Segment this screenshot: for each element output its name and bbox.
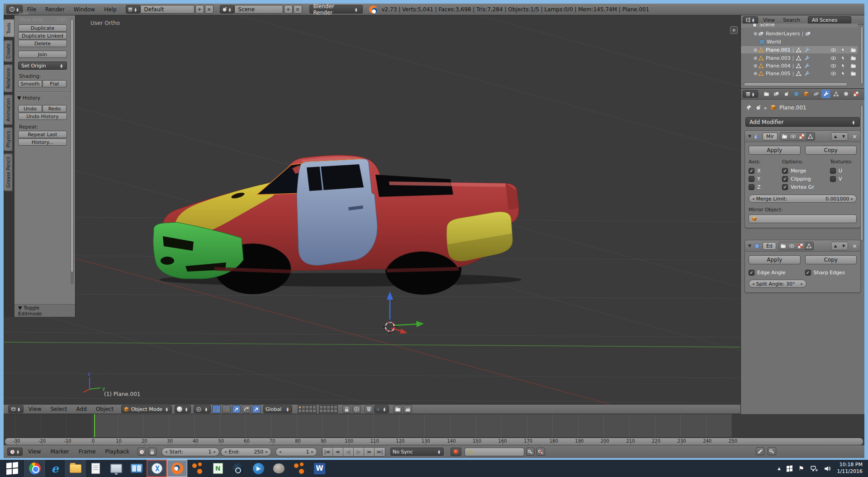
pin-icon[interactable] xyxy=(745,104,752,111)
undo-button[interactable]: Undo xyxy=(18,105,42,112)
modifier-editmode-toggle[interactable] xyxy=(797,133,806,140)
taskbar-icon-blender[interactable] xyxy=(167,460,187,477)
duplicate-linked-button[interactable]: Duplicate Linked xyxy=(18,32,67,39)
edgesplit-apply-button[interactable]: Apply xyxy=(749,255,801,264)
modifier-cage-toggle[interactable] xyxy=(806,133,815,140)
tab-render-layers[interactable] xyxy=(772,90,781,98)
view3d-menu-select[interactable]: Select xyxy=(46,406,71,412)
modifier-view-toggle[interactable] xyxy=(787,242,796,250)
taskbar-icon-notepad-plus-plus[interactable]: N xyxy=(208,460,228,477)
properties-scrollbar[interactable] xyxy=(860,105,863,241)
move-modifier-down-button[interactable]: ▼ xyxy=(840,242,848,250)
outliner-row-scene[interactable]: Scene xyxy=(741,24,858,28)
transform-orientation-dropdown[interactable]: Global▲▼ xyxy=(263,405,292,413)
tray-windows-icon[interactable] xyxy=(787,465,792,472)
taskbar-icon-control-panel[interactable] xyxy=(126,460,147,477)
timeline-menu-playback[interactable]: Playback xyxy=(101,448,133,455)
modifier-render-toggle[interactable] xyxy=(780,133,789,140)
collapse-arrow-icon[interactable]: ▼ xyxy=(748,243,751,248)
toggle-editmode-header[interactable]: ▼ Toggle Editmode:::: xyxy=(14,304,75,317)
expand-icon[interactable]: ⊕ xyxy=(753,48,758,52)
editor-type-3dview-dropdown[interactable]: ▲▼ xyxy=(8,405,24,413)
view3d-menu-object[interactable]: Object xyxy=(92,406,118,412)
tab-world[interactable] xyxy=(792,90,801,98)
restrict-view-eye-icon[interactable] xyxy=(830,55,836,61)
mirror-copy-button[interactable]: Copy xyxy=(805,146,857,155)
screen-layout-icon-dropdown[interactable]: ▲▼ xyxy=(126,5,140,14)
end-frame-field[interactable]: ◂End:250▸ xyxy=(221,448,271,456)
snap-toggle[interactable] xyxy=(365,405,373,413)
play-button[interactable]: ▷ xyxy=(354,448,364,456)
taskbar-icon-snipping-tool[interactable] xyxy=(147,460,167,477)
undo-history-button[interactable]: Undo History xyxy=(18,113,67,120)
grease-pencil-button[interactable] xyxy=(756,447,764,455)
add-scene-button[interactable]: + xyxy=(284,5,293,14)
outliner-row-world[interactable]: World xyxy=(741,38,858,45)
edge-angle-checkbox[interactable] xyxy=(749,270,754,276)
view3d-menu-add[interactable]: Add xyxy=(72,406,91,412)
modifier-view-toggle[interactable] xyxy=(789,133,797,140)
vertex-groups-checkbox[interactable] xyxy=(782,184,788,190)
timeline-menu-frame[interactable]: Frame xyxy=(75,448,100,455)
expand-icon[interactable]: ⊕ xyxy=(753,63,758,68)
taskbar-icon-word[interactable]: W xyxy=(309,460,330,477)
outliner-row-plane003[interactable]: ⊕ Plane.003 | xyxy=(741,54,858,62)
delete-modifier-button[interactable]: × xyxy=(852,243,857,249)
repeat-history-button[interactable]: History... xyxy=(18,138,67,146)
restrict-select-cursor-icon[interactable] xyxy=(840,47,846,53)
time-display-toggle[interactable] xyxy=(138,448,146,456)
move-modifier-down-button[interactable]: ▼ xyxy=(840,133,848,140)
lock-to-scene-toggle[interactable] xyxy=(342,405,351,413)
texture-v-checkbox[interactable] xyxy=(830,176,836,182)
3d-viewport[interactable]: z y User Ortho (1) Plane.001 + xyxy=(4,15,740,404)
restrict-select-cursor-icon[interactable] xyxy=(840,63,846,69)
jump-prev-keyframe-button[interactable]: ≪ xyxy=(333,448,343,456)
menu-file[interactable]: File xyxy=(23,6,41,13)
timeline-track[interactable] xyxy=(4,414,864,438)
network-icon[interactable] xyxy=(810,465,818,472)
car-model[interactable] xyxy=(153,155,522,295)
outliner-view-menu[interactable]: View xyxy=(760,17,778,23)
editor-type-outliner-dropdown[interactable]: ▲▼ xyxy=(743,16,758,24)
clipping-checkbox[interactable] xyxy=(782,176,788,182)
tab-object[interactable] xyxy=(802,90,811,98)
manipulator-toggle[interactable] xyxy=(212,405,221,413)
editor-type-info-dropdown[interactable]: ▲▼ xyxy=(6,5,23,14)
menu-window[interactable]: Window xyxy=(69,6,100,13)
outliner-horizontal-scrollbar[interactable] xyxy=(744,82,848,86)
merge-checkbox[interactable] xyxy=(782,168,788,174)
taskbar-icon-media-player[interactable]: ▶ xyxy=(248,460,269,477)
tab-physics[interactable]: Physics xyxy=(4,127,13,151)
delete-button[interactable]: Delete xyxy=(18,40,67,47)
proportional-edit-dropdown[interactable] xyxy=(352,405,361,413)
layers-grid-2[interactable] xyxy=(319,405,338,413)
tab-create[interactable]: Create xyxy=(4,40,13,62)
menu-render[interactable]: Render xyxy=(41,6,69,13)
add-modifier-dropdown[interactable]: Add Modifier▲▼ xyxy=(745,117,860,127)
insert-keyframe-button[interactable] xyxy=(526,448,535,456)
restrict-view-eye-icon[interactable] xyxy=(830,71,836,76)
layers-grid-1[interactable] xyxy=(298,405,317,413)
expand-icon[interactable]: ⊕ xyxy=(753,56,758,61)
texture-u-checkbox[interactable] xyxy=(830,168,836,174)
taskbar-icon-internet-explorer[interactable]: e xyxy=(45,460,65,477)
outliner-row-plane005[interactable]: ⊕ Plane.005 | xyxy=(741,70,858,77)
taskbar-clock[interactable]: 10:18 PM 1/11/2016 xyxy=(837,462,863,475)
jump-next-keyframe-button[interactable]: ≫ xyxy=(364,448,375,456)
outliner-row-plane001[interactable]: ⊕ Plane.001 | xyxy=(741,46,858,53)
tab-constraints[interactable] xyxy=(811,90,821,98)
expand-icon[interactable]: ⊕ xyxy=(753,71,758,76)
current-frame-field[interactable]: ◂1▸ xyxy=(275,448,317,456)
action-center-flag-icon[interactable]: ⚑ xyxy=(798,465,804,472)
modifier-name-field[interactable]: Mir xyxy=(763,133,778,140)
tab-relations[interactable]: Relations xyxy=(4,64,13,92)
rotate-manipulator-button[interactable] xyxy=(242,405,251,413)
render-opengl-button[interactable] xyxy=(394,405,402,413)
edge-split-modifier-header[interactable]: ▼ Ed ▲▼ × xyxy=(745,240,860,252)
translate-manipulator-button[interactable] xyxy=(232,405,241,413)
set-origin-dropdown[interactable]: Set Origin▲▼ xyxy=(18,62,67,70)
axis-x-checkbox[interactable] xyxy=(749,168,754,174)
scene-icon-dropdown[interactable]: ▲▼ xyxy=(220,5,234,14)
flat-button[interactable]: Flat xyxy=(43,80,66,87)
render-opengl-anim-button[interactable] xyxy=(403,405,412,413)
